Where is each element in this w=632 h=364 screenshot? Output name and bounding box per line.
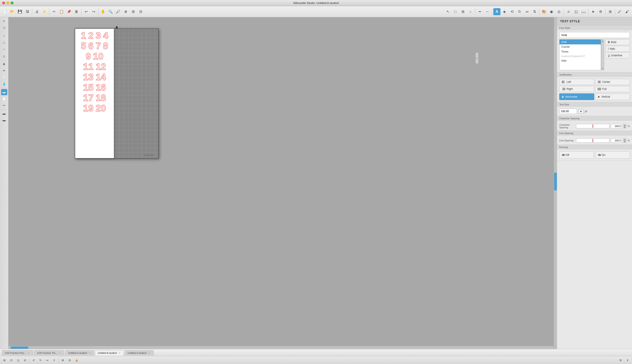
info-btn[interactable]: ℹ [624,357,631,363]
font-scroll-up[interactable]: ▲ [601,40,604,43]
tab-fraction-thi[interactable]: 1/20 Fraction Thi... × [34,350,64,356]
panel-toggle-1[interactable]: ▬ [1,89,7,95]
paper[interactable]: 1 2 3 4 5 6 7 8 [75,29,114,158]
zoom-out-button[interactable]: 🔎 [115,8,122,15]
layers-btn[interactable]: ◱ [572,8,580,15]
delete-button[interactable]: 🗑 [73,8,80,15]
hscroll-thumb[interactable] [11,346,28,349]
redo-button[interactable]: ↪ [90,8,97,15]
paste-button[interactable]: 📌 [66,8,73,15]
align-right-button[interactable]: Right [559,86,594,92]
rotate-btn[interactable]: ↻ [516,8,523,15]
mirror-btn[interactable]: ⇌ [523,8,530,15]
kerning-on-button[interactable]: AV On [595,151,630,158]
save-button[interactable]: 💾 [16,8,24,15]
minimize-button[interactable] [7,2,9,4]
close-button[interactable] [2,2,5,4]
maximize-button[interactable] [11,2,14,4]
copy-button[interactable]: 📋 [58,8,65,15]
font-item-courier[interactable]: Courier [559,44,601,49]
tab-untitled5[interactable]: Untitled-5.studio3 × [65,350,94,356]
pen-btn[interactable]: 🖊 [616,8,623,15]
rectangle-tool-btn[interactable]: □ [452,8,459,15]
panel-toggle-5[interactable]: ▬ [1,117,7,123]
panel-toggle-3[interactable]: ↩ [1,102,7,108]
arrange-btn[interactable]: ⇅ [531,8,538,15]
line-spacing-up[interactable]: ▲ [623,138,626,140]
flip-v-btn[interactable]: ⇕ [51,357,57,363]
char-spacing-down[interactable]: ▼ [623,126,626,128]
cut-button[interactable]: ✂ [50,8,58,15]
fill-btn[interactable]: ◈ [501,8,508,15]
align-full-button[interactable]: Full [595,86,630,92]
font-item-times[interactable]: Times [559,49,601,54]
node-edit-tool[interactable]: ⬡ [1,25,7,31]
color-btn[interactable]: 🎨 [540,8,548,15]
select-tool[interactable]: ↖ [1,18,7,24]
undo-button[interactable]: ↩ [83,8,90,15]
settings-extra-btn[interactable]: ⚙ [597,8,604,15]
transform-btn[interactable]: ⟲ [508,8,515,15]
rect-tool[interactable]: □ [1,40,7,46]
vertical-direction-button[interactable]: ➤ Vertical [595,94,630,100]
zoom-full-button[interactable]: ⊟ [137,8,144,15]
line-style-btn[interactable]: ━ [476,8,483,15]
underline-button[interactable]: U Underline [605,52,630,58]
text-size-dropdown[interactable]: ▼ [578,109,584,114]
expand-btn[interactable]: ⊡ [8,357,14,363]
vscroll-thumb[interactable] [554,173,557,190]
horizontal-scrollbar[interactable] [9,346,554,349]
flip-h-btn[interactable]: ⇔ [44,357,50,363]
line-spacing-down[interactable]: ▼ [623,140,626,143]
font-scroll-down[interactable]: ▼ [601,67,604,70]
tab-untitled8[interactable]: Untitled-8.studio3 × [95,350,124,356]
rotate-right-btn[interactable]: ↻ [37,357,44,363]
tab-fraction-pizz-close[interactable]: × [27,352,30,354]
font-name-input[interactable] [559,32,630,38]
char-spacing-slider[interactable] [576,124,609,128]
font-item-aldo[interactable]: Aldo [559,58,601,63]
layers-panel-btn[interactable]: ◱ [15,357,21,363]
group-btn[interactable]: ⊞ [60,357,66,363]
tab-fraction-thi-close[interactable]: × [58,352,62,354]
open-button[interactable]: 📂 [9,8,16,15]
font-item-arial[interactable]: Arial [559,40,601,44]
font-item-academy[interactable]: Academy Engraved LET [559,54,601,58]
font-list-scrollbar[interactable]: ▲ ▼ [601,39,604,70]
grid-tool-btn[interactable]: ⊞ [459,8,466,15]
line-spacing-input[interactable] [611,138,622,143]
text-tool[interactable]: A [1,61,7,67]
panel-toggle-4[interactable]: ▬ [1,110,7,116]
tab-untitled9[interactable]: Untitled-9.studio3 × [125,350,154,356]
vertical-scrollbar[interactable] [554,17,557,346]
lock-btn[interactable]: 🔒 [73,357,80,363]
tab-fraction-pizz[interactable]: 1/20 Fraction Pizz... × [2,350,33,356]
new-button[interactable]: 📄 [1,8,9,15]
eraser-tool[interactable]: ⬜ [1,74,7,80]
line-tool[interactable]: / [1,33,7,39]
ellipse-tool[interactable]: ○ [1,46,7,52]
knife-btn[interactable]: ⚔ [565,8,572,15]
print-button[interactable]: 🖨 [33,8,41,15]
horizontal-direction-button[interactable]: A Horizontal [559,94,594,100]
send-to-silhouette-btn[interactable]: ➤ [589,8,597,15]
grid-view-btn[interactable]: ⊞ [606,8,614,15]
panel-toggle-2[interactable]: 📄 [1,96,7,102]
zoom-fit-button[interactable]: ⊕ [122,8,129,15]
book-btn[interactable]: 📖 [580,8,587,15]
grid-toggle-btn[interactable]: ⊞ [1,357,8,363]
pointer-tool-btn[interactable]: ↖ [444,8,451,15]
paint-btn[interactable]: 🖌 [623,8,631,15]
text-style-btn[interactable]: A [493,8,500,15]
zoom-select-button[interactable]: ⊞ [130,8,137,15]
polygon-tool[interactable]: △ [1,53,7,59]
circle-tool-btn[interactable]: ○ [467,8,474,15]
line-style2-btn[interactable]: ─ [484,8,491,15]
tab-untitled9-close[interactable]: × [148,352,151,354]
line-spacing-slider[interactable] [576,138,609,143]
fill2-btn[interactable]: ◉ [548,8,555,15]
bold-button[interactable]: B Bold [605,39,630,45]
font-list[interactable]: Arial Courier Times Academy Engraved LET… [559,39,601,70]
panel-collapse-arrow[interactable]: » [475,52,479,64]
italic-button[interactable]: I Italic [605,46,630,52]
